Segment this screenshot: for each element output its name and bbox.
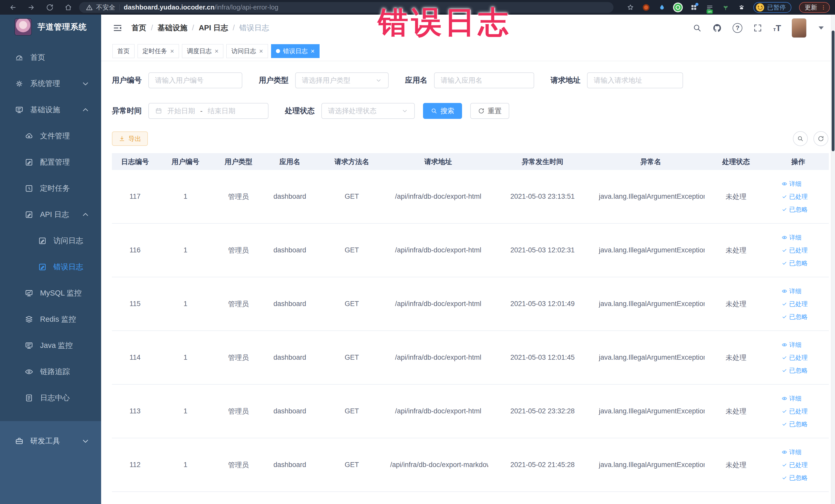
browser-home-icon[interactable] xyxy=(64,3,73,12)
op-processed-link[interactable]: 已处理 xyxy=(781,407,808,416)
sidebar-item-系统管理[interactable]: 系统管理 xyxy=(0,70,101,97)
extension-tampermonkey-icon[interactable]: on xyxy=(706,3,714,12)
reset-button[interactable]: 重置 xyxy=(470,103,509,119)
sidebar-item-文件管理[interactable]: 文件管理 xyxy=(0,123,101,149)
font-size-icon[interactable]: тТ xyxy=(773,24,781,32)
close-icon[interactable]: × xyxy=(259,48,263,55)
sidebar-item-链路追踪[interactable]: 链路追踪 xyxy=(0,359,101,385)
sidebar-item-API 日志[interactable]: API 日志 xyxy=(0,202,101,228)
avatar[interactable] xyxy=(792,19,806,38)
scrollbar[interactable] xyxy=(831,15,835,504)
sidebar-item-基础设施[interactable]: 基础设施 xyxy=(0,97,101,123)
address-bar[interactable]: 不安全 dashboard.yudao.iocoder.cn/infra/log… xyxy=(79,2,613,13)
table-row: 1171管理员dashboardGET/api/infra/db-doc/exp… xyxy=(112,170,829,224)
op-detail-link[interactable]: 详细 xyxy=(781,395,802,403)
browser-update-button[interactable]: 更新 xyxy=(799,2,830,13)
hamburger-icon[interactable] xyxy=(113,23,123,33)
extension-paw-icon[interactable] xyxy=(737,3,746,12)
op-ignored-link[interactable]: 已忽略 xyxy=(781,420,808,428)
chevron-down-icon xyxy=(402,107,408,114)
sidebar-item-错误日志[interactable]: 错误日志 xyxy=(0,254,101,280)
fullscreen-icon[interactable] xyxy=(753,23,762,33)
exception-time-label: 异常时间 xyxy=(112,106,142,116)
toggle-search-button[interactable] xyxy=(793,131,808,146)
tab-定时任务[interactable]: 定时任务× xyxy=(138,44,179,58)
breadcrumb-item[interactable]: 基础设施 xyxy=(158,23,187,33)
request-url-input[interactable] xyxy=(587,73,683,88)
search-icon[interactable] xyxy=(693,23,702,33)
sidebar-item-首页[interactable]: 首页 xyxy=(0,44,101,70)
sidebar-item-定时任务[interactable]: 定时任务 xyxy=(0,175,101,202)
sidebar-item-dev-tools[interactable]: 研发工具 xyxy=(0,428,101,454)
extension-green-icon[interactable] xyxy=(674,3,682,12)
close-icon[interactable]: × xyxy=(215,48,219,55)
bookmark-star-icon[interactable] xyxy=(627,4,634,11)
op-detail-link[interactable]: 详细 xyxy=(781,180,802,188)
github-icon[interactable] xyxy=(713,23,722,33)
breadcrumb-item[interactable]: API 日志 xyxy=(199,23,228,33)
op-detail-link[interactable]: 详细 xyxy=(781,341,802,349)
op-processed-link[interactable]: 已处理 xyxy=(781,461,808,469)
tab-调度日志[interactable]: 调度日志× xyxy=(182,44,223,58)
table-header-row: 日志编号用户编号用户类型应用名请求方法名请求地址异常发生时间异常名处理状态操作 xyxy=(112,154,829,170)
process-status-select[interactable]: 请选择处理状态 xyxy=(321,103,415,119)
sidebar-item-Redis 监控[interactable]: Redis 监控 xyxy=(0,306,101,332)
export-button[interactable]: 导出 xyxy=(112,132,148,146)
op-detail-link[interactable]: 详细 xyxy=(781,234,802,242)
op-ignored-link[interactable]: 已忽略 xyxy=(781,366,808,375)
close-icon[interactable]: × xyxy=(170,48,174,55)
sidebar-item-MySQL 监控[interactable]: MySQL 监控 xyxy=(0,280,101,306)
extension-orange-icon[interactable] xyxy=(642,3,650,12)
search-button[interactable]: 搜索 xyxy=(423,103,462,119)
eye-icon xyxy=(781,181,787,187)
browser-back-icon[interactable] xyxy=(9,3,17,12)
op-processed-link[interactable]: 已处理 xyxy=(781,246,808,255)
sidebar: 芋道管理系统 首页系统管理基础设施文件管理配置管理定时任务API 日志访问日志错… xyxy=(0,15,101,504)
refresh-table-button[interactable] xyxy=(813,131,828,146)
op-detail-link[interactable]: 详细 xyxy=(781,448,802,456)
app-logo[interactable]: 芋道管理系统 xyxy=(0,15,101,35)
op-processed-link[interactable]: 已处理 xyxy=(781,193,808,201)
breadcrumb-separator: / xyxy=(233,24,235,32)
app-name-input[interactable] xyxy=(434,73,534,88)
browser-menu-icon[interactable] xyxy=(821,5,826,10)
sidebar-item-日志中心[interactable]: 日志中心 xyxy=(0,385,101,411)
content: 用户编号 用户类型 请选择用户类型 应用名 请求地址 异常时间 xyxy=(101,61,835,504)
check-icon xyxy=(781,260,787,266)
op-ignored-link[interactable]: 已忽略 xyxy=(781,205,808,214)
active-dot-icon xyxy=(276,49,280,53)
scrollbar-thumb[interactable] xyxy=(832,31,834,151)
exception-time-range-picker[interactable]: 开始日期 - 结束日期 xyxy=(148,103,268,119)
eye-icon xyxy=(781,288,787,294)
paused-extension-pill[interactable]: 已暂停 xyxy=(753,2,791,13)
tab-首页[interactable]: 首页 xyxy=(113,44,135,58)
close-icon[interactable]: × xyxy=(311,48,315,55)
user-id-input[interactable] xyxy=(148,73,242,88)
extension-grid-icon[interactable] xyxy=(690,3,698,12)
op-ignored-link[interactable]: 已忽略 xyxy=(781,313,808,321)
sidebar-item-配置管理[interactable]: 配置管理 xyxy=(0,149,101,175)
op-processed-link[interactable]: 已处理 xyxy=(781,300,808,308)
infra-icon xyxy=(15,105,24,114)
op-detail-link[interactable]: 详细 xyxy=(781,287,802,295)
sidebar-item-Java 监控[interactable]: Java 监控 xyxy=(0,332,101,359)
user-type-select[interactable]: 请选择用户类型 xyxy=(295,73,389,88)
tab-访问日志[interactable]: 访问日志× xyxy=(226,44,268,58)
column-header-日志编号: 日志编号 xyxy=(112,157,158,166)
avatar-caret-icon[interactable] xyxy=(819,26,824,29)
op-processed-link[interactable]: 已处理 xyxy=(781,354,808,362)
op-ignored-link[interactable]: 已忽略 xyxy=(781,259,808,267)
browser-forward-icon[interactable] xyxy=(27,3,36,12)
op-ignored-link[interactable]: 已忽略 xyxy=(781,474,808,482)
help-icon[interactable]: ? xyxy=(733,23,742,33)
column-header-用户类型: 用户类型 xyxy=(213,157,264,166)
breadcrumb-item[interactable]: 首页 xyxy=(131,23,146,33)
extension-sprout-icon[interactable] xyxy=(721,3,730,12)
extension-drop-icon[interactable] xyxy=(658,3,666,12)
sidebar-item-访问日志[interactable]: 访问日志 xyxy=(0,228,101,254)
tab-错误日志[interactable]: 错误日志× xyxy=(271,44,320,58)
browser-reload-icon[interactable] xyxy=(46,3,54,12)
docpen-icon xyxy=(25,158,33,167)
sidebar-menu: 首页系统管理基础设施文件管理配置管理定时任务API 日志访问日志错误日志MySQ… xyxy=(0,44,101,411)
download-icon xyxy=(119,135,125,142)
